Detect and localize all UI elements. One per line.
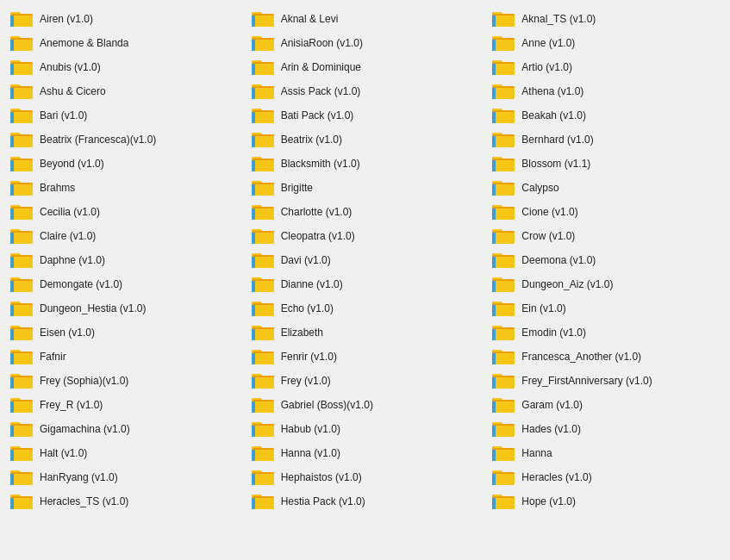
list-item[interactable]: Bari (v1.0): [3, 103, 245, 128]
list-item[interactable]: Claire (v1.0): [3, 224, 245, 248]
svg-rect-19: [253, 36, 261, 38]
list-item[interactable]: Blossom (v1.1): [485, 152, 727, 176]
list-item[interactable]: Frey_FirstAnniversary (v1.0): [485, 369, 727, 393]
list-item[interactable]: Cleopatra (v1.0): [245, 224, 486, 248]
list-item[interactable]: AnisiaRoon (v1.0): [245, 31, 486, 55]
item-label: Fafnir: [40, 349, 66, 364]
list-item[interactable]: Frey (Sophia)(v1.0): [3, 369, 245, 393]
list-item[interactable]: Artio (v1.0): [485, 55, 727, 79]
list-item[interactable]: Gabriel (Boss)(v1.0): [245, 393, 486, 417]
svg-rect-178: [492, 353, 496, 364]
list-item[interactable]: Anubis (v1.0): [3, 55, 245, 79]
list-item[interactable]: Blacksmith (v1.0): [245, 152, 486, 176]
list-item[interactable]: Airen (v1.0): [3, 7, 245, 31]
svg-rect-134: [10, 281, 14, 292]
list-item[interactable]: Elizabeth: [245, 320, 486, 345]
item-label: Anubis (v1.0): [40, 59, 101, 75]
item-label: Cleopatra (v1.0): [281, 228, 355, 244]
list-item[interactable]: Beyond (v1.0): [3, 152, 245, 176]
folder-icon: [10, 58, 34, 77]
list-item[interactable]: Gigamachina (v1.0): [3, 417, 245, 441]
item-label: HanRyang (v1.0): [40, 470, 118, 485]
svg-rect-206: [10, 426, 14, 437]
list-item[interactable]: Hanna (v1.0): [245, 441, 486, 465]
svg-rect-186: [252, 377, 255, 389]
list-item[interactable]: Heracles_TS (v1.0): [3, 489, 245, 513]
list-item[interactable]: Bernhard (v1.0): [485, 128, 727, 152]
item-label: Dianne (v1.0): [281, 277, 343, 292]
svg-rect-107: [493, 205, 502, 207]
list-item[interactable]: Anne (v1.0): [485, 31, 727, 55]
list-item[interactable]: Arin & Dominique: [245, 55, 486, 79]
list-item[interactable]: Hanna: [485, 441, 727, 465]
item-label: Demongate (v1.0): [40, 277, 122, 292]
folder-icon: [10, 299, 34, 318]
list-item[interactable]: Heracles (v1.0): [485, 465, 727, 489]
folder-icon: [10, 9, 34, 28]
list-item[interactable]: Dungeon_Aiz (v1.0): [485, 272, 727, 296]
list-item[interactable]: Ein (v1.0): [485, 296, 727, 320]
svg-rect-90: [252, 184, 255, 196]
list-item[interactable]: Brahms: [3, 176, 245, 200]
folder-icon: [252, 34, 276, 53]
list-item[interactable]: Aknal & Levi: [245, 7, 486, 31]
folder-icon: [492, 251, 516, 270]
list-item[interactable]: Beatrix (v1.0): [245, 128, 486, 152]
item-label: Dungeon_Aiz (v1.0): [521, 277, 613, 292]
list-item[interactable]: Echo (v1.0): [245, 296, 486, 320]
list-item[interactable]: Hades (v1.0): [485, 417, 727, 441]
item-label: Habub (v1.0): [281, 421, 340, 437]
list-item[interactable]: Habub (v1.0): [245, 417, 486, 441]
svg-rect-223: [253, 446, 261, 448]
list-item[interactable]: Demongate (v1.0): [3, 272, 245, 296]
list-item[interactable]: Bati Pack (v1.0): [245, 103, 486, 128]
list-item[interactable]: Halt (v1.0): [3, 441, 245, 465]
list-item[interactable]: Hestia Pack (v1.0): [245, 489, 486, 513]
svg-rect-147: [11, 302, 20, 303]
list-item[interactable]: Fenrir (v1.0): [245, 345, 486, 369]
item-label: Halt (v1.0): [40, 445, 87, 461]
svg-rect-219: [11, 446, 20, 448]
list-item[interactable]: Cione (v1.0): [485, 200, 727, 224]
list-item[interactable]: Beakah (v1.0): [485, 103, 727, 128]
list-item[interactable]: Dianne (v1.0): [245, 272, 486, 296]
svg-rect-34: [492, 64, 496, 75]
list-item[interactable]: Ashu & Cicero: [3, 79, 245, 103]
list-item[interactable]: Frey (v1.0): [245, 369, 486, 393]
list-item[interactable]: HanRyang (v1.0): [3, 465, 245, 489]
item-label: Cione (v1.0): [521, 204, 577, 220]
svg-rect-131: [493, 253, 502, 255]
list-item[interactable]: Garam (v1.0): [485, 393, 727, 417]
list-item[interactable]: Brigitte: [245, 176, 486, 200]
list-item[interactable]: Deemona (v1.0): [485, 248, 727, 272]
list-item[interactable]: Emodin (v1.0): [485, 320, 727, 345]
list-item[interactable]: Eisen (v1.0): [3, 320, 245, 345]
list-item[interactable]: Cecilia (v1.0): [3, 200, 245, 224]
svg-rect-175: [253, 350, 261, 352]
list-item[interactable]: Aknal_TS (v1.0): [485, 7, 727, 31]
list-item[interactable]: Crow (v1.0): [485, 224, 727, 248]
list-item[interactable]: Fafnir: [3, 345, 245, 369]
svg-rect-78: [252, 160, 255, 171]
item-label: Beatrix (Francesca)(v1.0): [40, 132, 156, 147]
list-item[interactable]: Frey_R (v1.0): [3, 393, 245, 417]
list-item[interactable]: Daphne (v1.0): [3, 248, 245, 272]
item-label: Deemona (v1.0): [521, 252, 596, 268]
svg-rect-67: [253, 133, 261, 134]
list-item[interactable]: Athena (v1.0): [485, 79, 727, 103]
list-item[interactable]: Hope (v1.0): [485, 489, 727, 513]
list-item[interactable]: Hephaistos (v1.0): [245, 465, 486, 489]
list-item[interactable]: Davi (v1.0): [245, 248, 486, 272]
svg-rect-95: [493, 181, 502, 183]
folder-icon: [10, 178, 34, 197]
list-item[interactable]: Anemone & Blanda: [3, 31, 245, 55]
svg-rect-22: [492, 40, 496, 51]
list-item[interactable]: Charlotte (v1.0): [245, 200, 486, 224]
list-item[interactable]: Francesca_Another (v1.0): [485, 345, 727, 369]
list-item[interactable]: Calypso: [485, 176, 727, 200]
svg-rect-203: [493, 398, 502, 400]
list-item[interactable]: Assis Pack (v1.0): [245, 79, 486, 103]
list-item[interactable]: Beatrix (Francesca)(v1.0): [3, 128, 245, 152]
list-item[interactable]: Dungeon_Hestia (v1.0): [3, 296, 245, 320]
item-label: Anne (v1.0): [521, 35, 575, 51]
